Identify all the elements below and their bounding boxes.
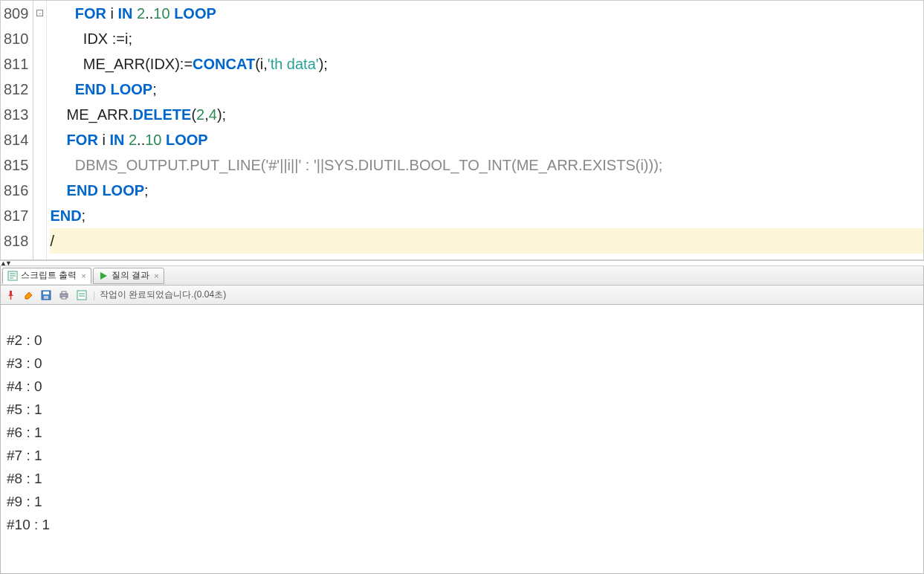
svg-rect-12 bbox=[77, 291, 86, 300]
output-line: #4 : 0 bbox=[7, 375, 917, 398]
fold-row bbox=[33, 26, 46, 51]
line-number: 812 bbox=[1, 77, 33, 102]
line-number: 815 bbox=[1, 152, 33, 178]
code-line[interactable]: END LOOP; bbox=[50, 178, 923, 203]
output-line: #7 : 1 bbox=[7, 444, 917, 467]
fold-row bbox=[33, 203, 46, 228]
svg-marker-4 bbox=[100, 272, 107, 280]
tab-label: 질의 결과 bbox=[112, 269, 149, 282]
sql-button[interactable] bbox=[75, 288, 88, 302]
output-line: #5 : 1 bbox=[7, 398, 917, 421]
line-number: 813 bbox=[1, 102, 33, 127]
line-number: 818 bbox=[1, 228, 33, 254]
code-line[interactable]: END LOOP; bbox=[50, 77, 923, 102]
output-line: #3 : 0 bbox=[7, 352, 917, 375]
play-icon bbox=[98, 271, 109, 281]
svg-rect-8 bbox=[44, 296, 48, 299]
code-content[interactable]: FOR i IN 2..10 LOOP IDX :=i; ME_ARR(IDX)… bbox=[47, 1, 923, 259]
line-number: 811 bbox=[1, 51, 33, 77]
splitter-handle-icon: ▲▼ bbox=[0, 259, 10, 267]
output-line: #2 : 0 bbox=[7, 329, 917, 352]
fold-row[interactable]: - bbox=[33, 1, 46, 26]
code-editor[interactable]: 809810811812813814815816817818 - FOR i I… bbox=[0, 0, 924, 260]
line-number: 816 bbox=[1, 178, 33, 203]
pin-button[interactable] bbox=[4, 288, 17, 302]
print-button[interactable] bbox=[57, 288, 71, 302]
line-number: 817 bbox=[1, 203, 33, 228]
save-button[interactable] bbox=[39, 288, 53, 302]
close-icon[interactable]: × bbox=[154, 271, 158, 280]
code-line[interactable]: IDX :=i; bbox=[50, 26, 923, 51]
erase-button[interactable] bbox=[22, 288, 35, 302]
tab-query-result[interactable]: 질의 결과 × bbox=[93, 268, 164, 284]
svg-rect-7 bbox=[43, 291, 49, 294]
code-line[interactable]: ME_ARR.DELETE(2,4); bbox=[50, 102, 923, 127]
status-text: 작업이 완료되었습니다.(0.04초) bbox=[100, 288, 226, 301]
tab-script-output[interactable]: 스크립트 출력 × bbox=[2, 268, 91, 284]
fold-row bbox=[33, 127, 46, 152]
fold-row bbox=[33, 178, 46, 203]
code-line[interactable]: END; bbox=[50, 203, 923, 228]
code-line[interactable]: DBMS_OUTPUT.PUT_LINE('#'||i||' : '||SYS.… bbox=[50, 152, 923, 178]
svg-rect-11 bbox=[62, 297, 66, 299]
line-number: 814 bbox=[1, 127, 33, 152]
output-line: #8 : 1 bbox=[7, 467, 917, 490]
line-number: 810 bbox=[1, 26, 33, 51]
output-blank-line bbox=[7, 309, 917, 329]
fold-strip[interactable]: - bbox=[33, 1, 47, 259]
code-line[interactable]: / bbox=[50, 228, 923, 254]
output-line: #9 : 1 bbox=[7, 490, 917, 513]
svg-rect-10 bbox=[62, 291, 66, 294]
fold-row bbox=[33, 102, 46, 127]
code-line[interactable]: FOR i IN 2..10 LOOP bbox=[50, 127, 923, 152]
code-line[interactable]: FOR i IN 2..10 LOOP bbox=[50, 1, 923, 26]
output-line: #10 : 1 bbox=[7, 513, 917, 536]
script-output-pane[interactable]: #2 : 0#3 : 0#4 : 0#5 : 1#6 : 1#7 : 1#8 :… bbox=[0, 305, 924, 574]
toolbar-separator: | bbox=[93, 290, 95, 300]
line-number-gutter: 809810811812813814815816817818 bbox=[1, 1, 33, 259]
output-toolbar: | 작업이 완료되었습니다.(0.04초) bbox=[0, 286, 924, 305]
code-line[interactable]: ME_ARR(IDX):=CONCAT(i,'th data'); bbox=[50, 51, 923, 77]
fold-row bbox=[33, 228, 46, 254]
script-output-icon bbox=[7, 271, 18, 281]
line-number: 809 bbox=[1, 1, 33, 26]
close-icon[interactable]: × bbox=[81, 271, 85, 280]
output-line: #6 : 1 bbox=[7, 421, 917, 444]
fold-row bbox=[33, 152, 46, 178]
fold-toggle-icon[interactable]: - bbox=[36, 10, 43, 16]
output-tabs: 스크립트 출력 × 질의 결과 × bbox=[0, 266, 924, 286]
fold-row bbox=[33, 51, 46, 77]
tab-label: 스크립트 출력 bbox=[21, 269, 77, 282]
fold-row bbox=[33, 77, 46, 102]
pane-splitter[interactable]: ▲▼ bbox=[0, 260, 924, 266]
